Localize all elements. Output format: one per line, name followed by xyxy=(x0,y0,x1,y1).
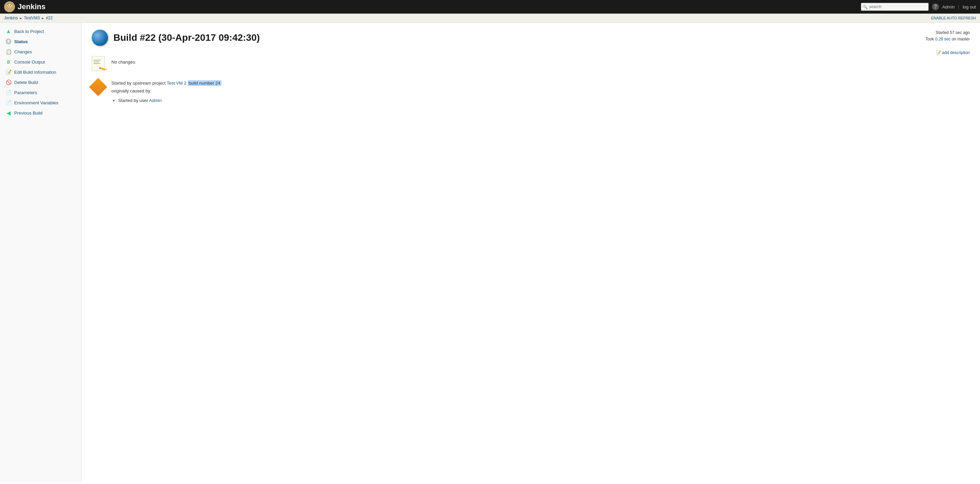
no-changes-text: No changes. xyxy=(111,59,136,65)
triggered-by-list: Started by user Admin xyxy=(118,96,221,104)
breadcrumb-testvm3[interactable]: TestVM3 xyxy=(24,16,40,21)
previous-build-label: Previous Build xyxy=(14,110,43,115)
jenkins-logo xyxy=(4,2,15,12)
sidebar-item-console-output[interactable]: 🖥Console Output xyxy=(0,57,81,67)
console-output-icon: 🖥 xyxy=(5,59,11,65)
logo-area: Jenkins xyxy=(4,2,46,12)
add-description-link[interactable]: 📝 add description xyxy=(936,50,970,55)
svg-point-6 xyxy=(7,41,8,42)
search-container: 🔍 xyxy=(861,3,929,11)
sidebar-item-edit-build-info[interactable]: 📝Edit Build Information xyxy=(0,67,81,77)
sidebar: ▲Back to ProjectStatus📋Changes🖥Console O… xyxy=(0,23,81,482)
logout-link[interactable]: log out xyxy=(963,5,976,10)
took-suffix: on master xyxy=(950,37,970,42)
jenkins-title: Jenkins xyxy=(18,2,46,11)
breadcrumb-sep2: ► xyxy=(41,16,45,20)
originally-caused: originally caused by: xyxy=(111,87,221,95)
pencil-icon: ✏️ xyxy=(99,64,108,73)
started-text: Started 57 sec ago xyxy=(925,30,970,36)
triggered-by-item: Started by user Admin xyxy=(118,96,221,104)
search-input[interactable] xyxy=(861,3,929,11)
sidebar-item-changes[interactable]: 📋Changes xyxy=(0,46,81,57)
trigger-section: Started by upstream project Test VM 2 bu… xyxy=(92,79,970,104)
header-right: 🔍 ? Admin | log out xyxy=(861,3,976,11)
content: Started 57 sec ago Took 0.29 sec on mast… xyxy=(81,23,980,482)
breadcrumb: Jenkins ► TestVM3 ► #22 ENABLE AUTO REFR… xyxy=(0,14,980,23)
trigger-icon xyxy=(92,81,107,96)
changes-icon: ✏️ xyxy=(92,56,107,71)
sidebar-item-status[interactable]: Status xyxy=(0,37,81,46)
back-to-project-icon: ▲ xyxy=(5,28,11,34)
add-desc-icon: 📝 xyxy=(936,50,941,55)
sidebar-item-environment-variables[interactable]: 📄Environment Variables xyxy=(0,97,81,108)
back-to-project-label: Back to Project xyxy=(14,29,44,34)
svg-point-5 xyxy=(6,39,11,44)
sidebar-item-delete-build[interactable]: 🚫Delete Build xyxy=(0,77,81,87)
build-header: Build #22 (30-Apr-2017 09:42:30) xyxy=(92,30,970,46)
sidebar-item-parameters[interactable]: 📄Parameters xyxy=(0,87,81,97)
edit-build-info-label: Edit Build Information xyxy=(14,70,56,75)
changes-section: ✏️ No changes. xyxy=(92,56,970,71)
build-title: Build #22 (30-Apr-2017 09:42:30) xyxy=(113,32,260,43)
delete-build-label: Delete Build xyxy=(14,80,38,85)
svg-point-4 xyxy=(10,5,11,6)
took-text: Took 0.29 sec on master xyxy=(925,36,970,43)
environment-variables-label: Environment Variables xyxy=(14,100,59,105)
breadcrumb-jenkins[interactable]: Jenkins xyxy=(4,16,18,21)
svg-point-3 xyxy=(8,5,9,6)
status-label: Status xyxy=(14,39,28,44)
svg-point-7 xyxy=(9,41,10,42)
trigger-content: Started by upstream project Test VM 2 bu… xyxy=(111,79,221,104)
took-link[interactable]: 0.29 sec xyxy=(935,37,950,42)
auto-refresh-link[interactable]: ENABLE AUTO REFRESH xyxy=(931,16,976,20)
edit-build-info-icon: 📝 xyxy=(5,69,11,75)
build-meta: Started 57 sec ago Took 0.29 sec on mast… xyxy=(925,30,970,43)
build-number-highlight: build number 24 xyxy=(188,80,221,86)
breadcrumb-sep1: ► xyxy=(19,16,23,20)
parameters-label: Parameters xyxy=(14,90,37,95)
add-description-label: add description xyxy=(942,50,970,55)
changes-label: Changes xyxy=(14,49,32,54)
search-icon: 🔍 xyxy=(863,5,868,9)
delete-build-icon: 🚫 xyxy=(5,79,11,85)
trigger-mid xyxy=(186,81,188,86)
environment-variables-icon: 📄 xyxy=(5,100,11,106)
changes-icon: 📋 xyxy=(5,49,11,55)
took-label: Took xyxy=(925,37,935,42)
console-output-label: Console Output xyxy=(14,59,45,65)
started-by-user-link[interactable]: Admin xyxy=(149,98,162,103)
parameters-icon: 📄 xyxy=(5,89,11,96)
breadcrumb-build[interactable]: #22 xyxy=(46,16,52,21)
help-icon[interactable]: ? xyxy=(932,3,939,10)
sidebar-item-previous-build[interactable]: ◀Previous Build xyxy=(0,108,81,118)
sidebar-item-back-to-project[interactable]: ▲Back to Project xyxy=(0,26,81,37)
status-icon xyxy=(5,38,11,45)
previous-build-icon: ◀ xyxy=(5,110,11,116)
add-description: 📝 add description xyxy=(936,50,970,55)
build-status-icon xyxy=(92,30,108,46)
separator: | xyxy=(958,5,959,10)
trigger-pre: Started by upstream project xyxy=(111,81,167,86)
started-by-text: Started by user xyxy=(118,98,149,103)
admin-link[interactable]: Admin xyxy=(942,5,955,10)
trigger-project-link[interactable]: Test VM 2 xyxy=(167,81,186,86)
